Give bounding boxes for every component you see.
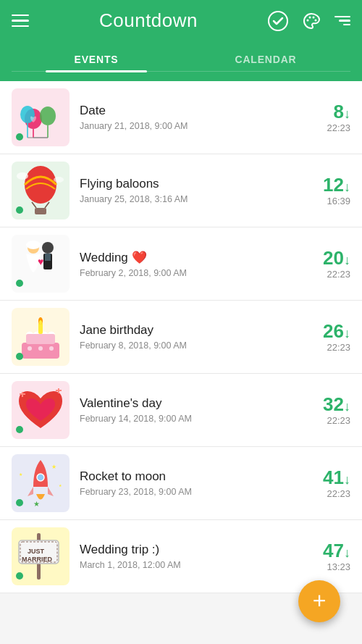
event-date: February 23, 2018, 9:00 AM [80, 487, 300, 497]
svg-rect-23 [26, 334, 55, 344]
countdown-days: 32↓ [300, 394, 350, 415]
event-date: February 8, 2018, 9:00 AM [80, 340, 300, 351]
list-item[interactable]: ★ ★ ★ ★ Rocket to moon February 23, 2018… [0, 447, 362, 520]
event-thumbnail [12, 381, 70, 439]
countdown-days: 47↓ [300, 540, 350, 561]
svg-line-12 [45, 202, 49, 208]
event-date: January 25, 2018, 3:16 AM [80, 194, 300, 204]
event-date: February 14, 2018, 9:00 AM [80, 414, 300, 424]
event-dot [16, 280, 23, 287]
event-content: Date January 21, 2018, 9:00 AM [80, 104, 300, 131]
event-countdown: 20↓ 22:23 [300, 248, 350, 280]
event-date: March 1, 2018, 12:00 AM [80, 560, 300, 570]
svg-text:JUST: JUST [28, 548, 45, 555]
countdown-time: 22:23 [300, 122, 350, 133]
svg-point-6 [40, 106, 56, 125]
event-name: Wedding ❤️ [80, 250, 300, 265]
svg-point-0 [269, 12, 287, 30]
svg-text:♥: ♥ [38, 256, 43, 267]
countdown-time: 16:39 [300, 196, 350, 206]
event-content: Wedding ❤️ February 2, 2018, 9:00 AM [80, 250, 300, 278]
tab-calendar[interactable]: CALENDAR [181, 46, 350, 71]
event-countdown: 12↓ 16:39 [300, 175, 350, 206]
event-content: Rocket to moon February 23, 2018, 9:00 A… [80, 469, 300, 497]
event-name: Flying baloons [80, 177, 300, 191]
svg-point-3 [312, 16, 314, 18]
svg-text:★: ★ [59, 483, 62, 488]
event-countdown: 8↓ 22:23 [300, 101, 350, 133]
event-thumbnail: JUST MARRIED [12, 527, 70, 585]
svg-text:★: ★ [33, 500, 40, 508]
events-list: Date January 21, 2018, 9:00 AM 8↓ 22:23 [0, 81, 362, 593]
event-dot [16, 426, 23, 433]
header-actions [268, 11, 350, 31]
event-dot [16, 499, 23, 506]
event-thumbnail [12, 88, 70, 146]
countdown-days: 12↓ [300, 175, 350, 196]
list-item[interactable]: Jane birthday February 8, 2018, 9:00 AM … [0, 301, 362, 374]
event-dot [16, 206, 23, 214]
tab-bar: EVENTS CALENDAR [12, 46, 350, 72]
event-dot [16, 353, 23, 360]
header-top-row: Countdown [12, 9, 350, 32]
list-item[interactable]: Flying baloons January 25, 2018, 3:16 AM… [0, 154, 362, 227]
tab-events[interactable]: EVENTS [12, 46, 181, 71]
event-dot [16, 133, 23, 141]
svg-point-10 [25, 166, 56, 204]
app-header: Countdown [0, 0, 362, 81]
svg-point-4 [314, 19, 316, 21]
event-thumbnail: ★ ★ ★ ★ [12, 454, 70, 512]
countdown-time: 22:23 [300, 269, 350, 280]
svg-text:★: ★ [19, 472, 22, 477]
countdown-days: 41↓ [300, 467, 350, 488]
countdown-time: 22:23 [300, 415, 350, 426]
plus-icon: + [313, 589, 327, 612]
event-name: Date [80, 104, 300, 118]
countdown-time: 13:23 [300, 561, 350, 572]
event-content: Wedding trip :) March 1, 2018, 12:00 AM [80, 543, 300, 570]
svg-rect-18 [45, 254, 51, 261]
countdown-days: 8↓ [300, 101, 350, 122]
svg-point-27 [28, 346, 32, 351]
event-name: Valentine's day [80, 396, 300, 411]
menu-icon[interactable] [12, 14, 29, 28]
add-event-button[interactable]: + [298, 580, 340, 622]
event-countdown: 32↓ 22:23 [300, 394, 350, 426]
countdown-time: 22:23 [300, 488, 350, 499]
event-countdown: 26↓ 22:23 [300, 321, 350, 353]
svg-point-16 [42, 242, 54, 254]
app-title: Countdown [99, 9, 198, 32]
list-item[interactable]: JUST MARRIED Wedding trip :) March 1, 20… [0, 520, 362, 593]
check-circle-icon[interactable] [268, 11, 288, 31]
event-date: January 21, 2018, 9:00 AM [80, 121, 300, 131]
event-date: February 2, 2018, 9:00 AM [80, 268, 300, 278]
svg-text:★: ★ [51, 464, 56, 470]
event-thumbnail: ♥ [12, 235, 70, 293]
svg-point-14 [17, 172, 28, 180]
event-thumbnail [12, 308, 70, 366]
list-item[interactable]: Date January 21, 2018, 9:00 AM 8↓ 22:23 [0, 81, 362, 154]
event-countdown: 41↓ 22:23 [300, 467, 350, 499]
event-name: Wedding trip :) [80, 543, 300, 557]
event-name: Rocket to moon [80, 469, 300, 484]
countdown-time: 22:23 [300, 342, 350, 353]
countdown-days: 20↓ [300, 248, 350, 269]
event-content: Jane birthday February 8, 2018, 9:00 AM [80, 323, 300, 351]
svg-rect-13 [35, 208, 46, 214]
list-item[interactable]: Valentine's day February 14, 2018, 9:00 … [0, 374, 362, 447]
svg-point-20 [26, 241, 41, 249]
svg-point-26 [39, 320, 42, 325]
event-thumbnail [12, 162, 70, 219]
svg-point-28 [38, 346, 43, 351]
svg-point-15 [54, 177, 64, 183]
svg-point-29 [49, 346, 54, 351]
countdown-days: 26↓ [300, 321, 350, 342]
list-item[interactable]: ♥ Wedding ❤️ February 2, 2018, 9:00 AM 2… [0, 227, 362, 301]
event-content: Flying baloons January 25, 2018, 3:16 AM [80, 177, 300, 204]
event-content: Valentine's day February 14, 2018, 9:00 … [80, 396, 300, 424]
sort-icon[interactable] [334, 16, 350, 26]
svg-line-11 [32, 202, 36, 208]
event-dot [16, 572, 23, 580]
palette-icon[interactable] [301, 11, 321, 31]
event-countdown: 47↓ 13:23 [300, 540, 350, 572]
